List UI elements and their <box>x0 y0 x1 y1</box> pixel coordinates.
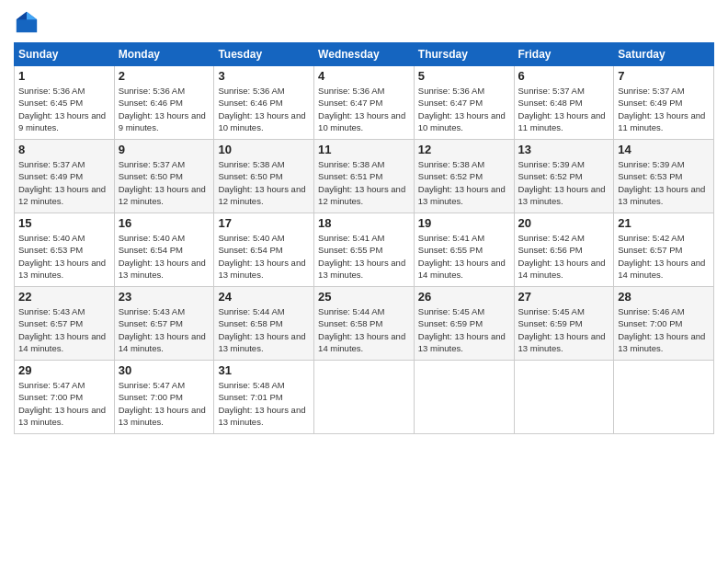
calendar-cell: 21 Sunrise: 5:42 AM Sunset: 6:57 PM Dayl… <box>614 213 714 287</box>
day-info: Sunrise: 5:37 AM Sunset: 6:49 PM Dayligh… <box>18 158 110 207</box>
weekday-header: Wednesday <box>314 43 415 66</box>
day-number: 1 <box>18 69 110 83</box>
day-info: Sunrise: 5:42 AM Sunset: 6:56 PM Dayligh… <box>518 232 610 281</box>
page-container: SundayMondayTuesdayWednesdayThursdayFrid… <box>0 0 728 443</box>
day-info: Sunrise: 5:36 AM Sunset: 6:47 PM Dayligh… <box>318 85 410 133</box>
day-info: Sunrise: 5:45 AM Sunset: 6:59 PM Dayligh… <box>518 305 610 354</box>
day-number: 8 <box>18 143 110 156</box>
day-info: Sunrise: 5:41 AM Sunset: 6:55 PM Dayligh… <box>318 232 410 281</box>
calendar-cell: 16 Sunrise: 5:40 AM Sunset: 6:54 PM Dayl… <box>114 213 214 287</box>
day-info: Sunrise: 5:42 AM Sunset: 6:57 PM Dayligh… <box>618 232 710 281</box>
day-number: 15 <box>18 216 110 230</box>
day-number: 30 <box>119 363 210 377</box>
day-info: Sunrise: 5:47 AM Sunset: 7:00 PM Dayligh… <box>119 379 210 428</box>
day-number: 3 <box>218 69 310 83</box>
calendar-week-row: 8 Sunrise: 5:37 AM Sunset: 6:49 PM Dayli… <box>15 140 714 213</box>
day-info: Sunrise: 5:40 AM Sunset: 6:54 PM Dayligh… <box>119 232 210 281</box>
header <box>14 9 714 35</box>
calendar-cell: 18 Sunrise: 5:41 AM Sunset: 6:55 PM Dayl… <box>314 213 415 287</box>
weekday-header: Friday <box>514 43 614 66</box>
day-info: Sunrise: 5:40 AM Sunset: 6:54 PM Dayligh… <box>218 232 310 281</box>
calendar-cell: 1 Sunrise: 5:36 AM Sunset: 6:45 PM Dayli… <box>15 66 115 140</box>
day-info: Sunrise: 5:38 AM Sunset: 6:52 PM Dayligh… <box>418 158 510 207</box>
day-info: Sunrise: 5:39 AM Sunset: 6:53 PM Dayligh… <box>618 158 710 207</box>
calendar-table: SundayMondayTuesdayWednesdayThursdayFrid… <box>14 42 714 434</box>
calendar-cell: 12 Sunrise: 5:38 AM Sunset: 6:52 PM Dayl… <box>414 140 514 213</box>
day-number: 12 <box>418 143 510 156</box>
day-info: Sunrise: 5:37 AM Sunset: 6:50 PM Dayligh… <box>119 158 210 207</box>
calendar-cell: 28 Sunrise: 5:46 AM Sunset: 7:00 PM Dayl… <box>614 287 714 361</box>
calendar-cell: 14 Sunrise: 5:39 AM Sunset: 6:53 PM Dayl… <box>614 140 714 213</box>
calendar-week-row: 1 Sunrise: 5:36 AM Sunset: 6:45 PM Dayli… <box>15 66 714 140</box>
day-number: 4 <box>318 69 410 83</box>
day-number: 22 <box>18 290 110 304</box>
day-info: Sunrise: 5:47 AM Sunset: 7:00 PM Dayligh… <box>18 379 110 428</box>
calendar-cell: 3 Sunrise: 5:36 AM Sunset: 6:46 PM Dayli… <box>214 66 314 140</box>
calendar-cell <box>314 361 415 434</box>
day-info: Sunrise: 5:37 AM Sunset: 6:49 PM Dayligh… <box>618 85 710 133</box>
svg-marker-2 <box>17 12 27 19</box>
day-info: Sunrise: 5:43 AM Sunset: 6:57 PM Dayligh… <box>119 305 210 354</box>
calendar-cell: 7 Sunrise: 5:37 AM Sunset: 6:49 PM Dayli… <box>614 66 714 140</box>
day-info: Sunrise: 5:37 AM Sunset: 6:48 PM Dayligh… <box>518 85 610 133</box>
day-info: Sunrise: 5:46 AM Sunset: 7:00 PM Dayligh… <box>618 305 710 354</box>
calendar-cell: 29 Sunrise: 5:47 AM Sunset: 7:00 PM Dayl… <box>15 361 115 434</box>
day-number: 26 <box>418 290 510 304</box>
day-info: Sunrise: 5:38 AM Sunset: 6:51 PM Dayligh… <box>318 158 410 207</box>
day-number: 27 <box>518 290 610 304</box>
day-info: Sunrise: 5:39 AM Sunset: 6:52 PM Dayligh… <box>518 158 610 207</box>
calendar-cell: 27 Sunrise: 5:45 AM Sunset: 6:59 PM Dayl… <box>514 287 614 361</box>
day-info: Sunrise: 5:36 AM Sunset: 6:47 PM Dayligh… <box>418 85 510 133</box>
calendar-header-row: SundayMondayTuesdayWednesdayThursdayFrid… <box>15 43 714 66</box>
calendar-cell: 6 Sunrise: 5:37 AM Sunset: 6:48 PM Dayli… <box>514 66 614 140</box>
calendar-cell: 4 Sunrise: 5:36 AM Sunset: 6:47 PM Dayli… <box>314 66 415 140</box>
calendar-week-row: 22 Sunrise: 5:43 AM Sunset: 6:57 PM Dayl… <box>15 287 714 361</box>
weekday-header: Monday <box>114 43 214 66</box>
day-number: 21 <box>618 216 710 230</box>
calendar-cell <box>614 361 714 434</box>
calendar-cell: 15 Sunrise: 5:40 AM Sunset: 6:53 PM Dayl… <box>15 213 115 287</box>
day-number: 18 <box>318 216 410 230</box>
day-number: 5 <box>418 69 510 83</box>
day-number: 6 <box>518 69 610 83</box>
calendar-cell: 17 Sunrise: 5:40 AM Sunset: 6:54 PM Dayl… <box>214 213 314 287</box>
calendar-cell: 26 Sunrise: 5:45 AM Sunset: 6:59 PM Dayl… <box>414 287 514 361</box>
day-info: Sunrise: 5:38 AM Sunset: 6:50 PM Dayligh… <box>218 158 310 207</box>
day-info: Sunrise: 5:41 AM Sunset: 6:55 PM Dayligh… <box>418 232 510 281</box>
weekday-header: Thursday <box>414 43 514 66</box>
day-number: 19 <box>418 216 510 230</box>
day-number: 11 <box>318 143 410 156</box>
calendar-cell <box>514 361 614 434</box>
day-info: Sunrise: 5:40 AM Sunset: 6:53 PM Dayligh… <box>18 232 110 281</box>
day-number: 28 <box>618 290 710 304</box>
day-info: Sunrise: 5:44 AM Sunset: 6:58 PM Dayligh… <box>318 305 410 354</box>
day-number: 23 <box>119 290 210 304</box>
day-info: Sunrise: 5:48 AM Sunset: 7:01 PM Dayligh… <box>218 379 310 428</box>
day-number: 14 <box>618 143 710 156</box>
day-info: Sunrise: 5:36 AM Sunset: 6:46 PM Dayligh… <box>119 85 210 133</box>
calendar-cell: 8 Sunrise: 5:37 AM Sunset: 6:49 PM Dayli… <box>15 140 115 213</box>
calendar-cell: 19 Sunrise: 5:41 AM Sunset: 6:55 PM Dayl… <box>414 213 514 287</box>
day-number: 2 <box>119 69 210 83</box>
calendar-week-row: 15 Sunrise: 5:40 AM Sunset: 6:53 PM Dayl… <box>15 213 714 287</box>
day-info: Sunrise: 5:45 AM Sunset: 6:59 PM Dayligh… <box>418 305 510 354</box>
calendar-cell: 23 Sunrise: 5:43 AM Sunset: 6:57 PM Dayl… <box>114 287 214 361</box>
calendar-cell: 25 Sunrise: 5:44 AM Sunset: 6:58 PM Dayl… <box>314 287 415 361</box>
day-number: 13 <box>518 143 610 156</box>
calendar-cell: 20 Sunrise: 5:42 AM Sunset: 6:56 PM Dayl… <box>514 213 614 287</box>
day-number: 10 <box>218 143 310 156</box>
day-number: 17 <box>218 216 310 230</box>
calendar-cell: 31 Sunrise: 5:48 AM Sunset: 7:01 PM Dayl… <box>214 361 314 434</box>
day-number: 7 <box>618 69 710 83</box>
day-info: Sunrise: 5:36 AM Sunset: 6:45 PM Dayligh… <box>18 85 110 133</box>
logo-icon <box>14 9 40 35</box>
day-info: Sunrise: 5:43 AM Sunset: 6:57 PM Dayligh… <box>18 305 110 354</box>
day-number: 20 <box>518 216 610 230</box>
logo <box>14 9 43 35</box>
calendar-cell: 11 Sunrise: 5:38 AM Sunset: 6:51 PM Dayl… <box>314 140 415 213</box>
calendar-week-row: 29 Sunrise: 5:47 AM Sunset: 7:00 PM Dayl… <box>15 361 714 434</box>
calendar-cell: 24 Sunrise: 5:44 AM Sunset: 6:58 PM Dayl… <box>214 287 314 361</box>
weekday-header: Tuesday <box>214 43 314 66</box>
calendar-cell: 22 Sunrise: 5:43 AM Sunset: 6:57 PM Dayl… <box>15 287 115 361</box>
calendar-cell: 30 Sunrise: 5:47 AM Sunset: 7:00 PM Dayl… <box>114 361 214 434</box>
